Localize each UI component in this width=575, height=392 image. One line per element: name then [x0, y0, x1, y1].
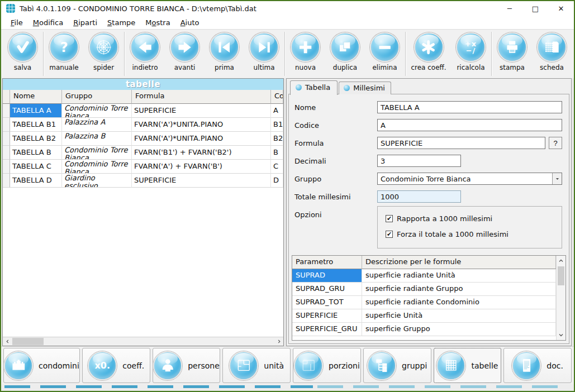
- table-cell[interactable]: [3, 132, 10, 146]
- table-cell[interactable]: [3, 146, 10, 160]
- totale-millesimi-field[interactable]: [377, 190, 461, 203]
- table-cell[interactable]: Palazzina A: [62, 118, 132, 132]
- column-header-descrizione[interactable]: Descrizione per le formule: [362, 256, 556, 269]
- checkbox-icon[interactable]: ✔: [386, 215, 393, 222]
- scheda-button[interactable]: scheda: [532, 30, 572, 78]
- column-header-gruppo[interactable]: Gruppo: [62, 90, 132, 104]
- parameter-row[interactable]: SUPERFICIE_GRUsuperficie Gruppo: [292, 323, 556, 336]
- nav-button-doc[interactable]: doc.: [503, 348, 572, 383]
- indietro-button[interactable]: indietro: [125, 30, 165, 78]
- menu-item-riparti[interactable]: Riparti: [68, 17, 102, 28]
- maximize-button[interactable]: □: [522, 1, 548, 16]
- table-cell[interactable]: B: [271, 146, 283, 160]
- prima-button[interactable]: prima: [205, 30, 244, 78]
- table-cell[interactable]: TABELLA B2: [10, 132, 62, 146]
- table-cell[interactable]: [3, 104, 10, 118]
- table-cell[interactable]: [3, 174, 10, 188]
- manuale-button[interactable]: ?manuale: [44, 30, 84, 78]
- table-cell[interactable]: B2: [271, 132, 283, 146]
- formula-field[interactable]: [377, 137, 545, 149]
- vertical-scrollbar[interactable]: [556, 256, 566, 340]
- table-cell[interactable]: SUPERFICIE: [132, 174, 271, 188]
- nav-button-tabelle[interactable]: tabelle: [434, 348, 502, 383]
- table-row[interactable]: TABELLA B1Palazzina AFVARN('A')*UNITA.PI…: [3, 118, 283, 132]
- column-header-parametro[interactable]: Parametro: [292, 256, 362, 269]
- minimize-button[interactable]: ─: [497, 1, 522, 16]
- table-cell[interactable]: TABELLA B1: [10, 118, 62, 132]
- nav-button-porzioni[interactable]: porzioni: [293, 348, 361, 383]
- menu-item-mostra[interactable]: Mostra: [140, 17, 175, 28]
- table-cell[interactable]: TABELLA C: [10, 160, 62, 174]
- close-button[interactable]: ✕: [548, 1, 574, 16]
- codice-field[interactable]: [377, 119, 562, 131]
- nav-button-gruppi[interactable]: gruppi: [363, 348, 431, 383]
- table-row[interactable]: TABELLA DGiardino esclusivoSUPERFICIED: [3, 174, 283, 188]
- parameter-name-cell[interactable]: SUPERFICIE_GRU: [292, 323, 362, 336]
- decimali-field[interactable]: [377, 155, 461, 167]
- column-header-nome[interactable]: Nome: [10, 90, 62, 104]
- nav-button-coeff[interactable]: x0.coeff.: [82, 348, 150, 383]
- duplica-button[interactable]: duplica: [325, 30, 365, 78]
- scrollbar-thumb[interactable]: [558, 266, 564, 285]
- nuova-button[interactable]: nuova: [286, 30, 325, 78]
- menu-item-file[interactable]: File: [6, 17, 28, 28]
- scroll-right-icon[interactable]: [274, 337, 283, 346]
- table-cell[interactable]: FVARN('B1') + FVARN('B2'): [132, 146, 271, 160]
- parameter-name-cell[interactable]: SUPERFICIE: [292, 309, 362, 323]
- tab-millesimi[interactable]: Millesimi: [339, 82, 391, 94]
- nav-button-persone[interactable]: persone: [153, 348, 221, 383]
- table-cell[interactable]: Giardino esclusivo: [62, 174, 132, 188]
- column-header-codice[interactable]: Co: [271, 90, 283, 104]
- table-cell[interactable]: Condominio Torre Bianca: [62, 160, 132, 174]
- table-cell[interactable]: A: [271, 104, 283, 118]
- table-cell[interactable]: Condominio Torre Bianca: [62, 146, 132, 160]
- parameter-description-cell[interactable]: superficie radiante Condominio: [362, 296, 556, 309]
- parameter-description-cell[interactable]: superficie radiante Unità: [362, 269, 556, 283]
- parameter-description-cell[interactable]: superficie Gruppo: [362, 323, 556, 336]
- menu-item-modifica[interactable]: Modifica: [28, 17, 68, 28]
- table-cell[interactable]: TABELLA B: [10, 146, 62, 160]
- parameter-name-cell[interactable]: SUPRAD_TOT: [292, 296, 362, 309]
- table-cell[interactable]: SUPERFICIE: [132, 104, 271, 118]
- table-cell[interactable]: D: [271, 174, 283, 188]
- nav-button-unit[interactable]: unità: [222, 348, 291, 383]
- table-row[interactable]: TABELLA BCondominio Torre BiancaFVARN('B…: [3, 146, 283, 160]
- table-cell[interactable]: [3, 160, 10, 174]
- parameter-row[interactable]: SUPRAD_TOTsuperficie radiante Condominio: [292, 296, 556, 309]
- table-cell[interactable]: C: [271, 160, 283, 174]
- nome-field[interactable]: [377, 101, 562, 113]
- ultima-button[interactable]: ultima: [244, 30, 284, 78]
- table-cell[interactable]: TABELLA A: [10, 104, 62, 118]
- stampa-button[interactable]: stampa: [492, 30, 532, 78]
- horizontal-scrollbar[interactable]: [3, 337, 283, 346]
- table-row[interactable]: TABELLA ACondominio Torre BiancaSUPERFIC…: [3, 104, 283, 118]
- table-cell[interactable]: Palazzina B: [62, 132, 132, 146]
- menu-item-aiuto[interactable]: Aiuto: [175, 17, 205, 28]
- salva-button[interactable]: salva: [3, 30, 42, 78]
- parameter-row[interactable]: SUPRADsuperficie radiante Unità: [292, 269, 556, 283]
- table-cell[interactable]: TABELLA D: [10, 174, 62, 188]
- table-cell[interactable]: B1: [271, 118, 283, 132]
- spider-button[interactable]: spider: [84, 30, 123, 78]
- table-cell[interactable]: FVARN('A')*UNITA.PIANO: [132, 118, 271, 132]
- avanti-button[interactable]: avanti: [165, 30, 205, 78]
- scroll-down-icon[interactable]: [557, 331, 566, 340]
- scrollbar-thumb[interactable]: [12, 338, 44, 345]
- table-cell[interactable]: FVARN('A') + FVARN('B'): [132, 160, 271, 174]
- table-cell[interactable]: [3, 118, 10, 132]
- formula-help-button[interactable]: ?: [549, 137, 562, 149]
- parameter-description-cell[interactable]: superficie Unità: [362, 309, 556, 323]
- chevron-down-icon[interactable]: [552, 173, 562, 184]
- table-cell[interactable]: Condominio Torre Bianca: [62, 104, 132, 118]
- tab-tabella[interactable]: Tabella: [290, 80, 338, 95]
- parameter-name-cell[interactable]: SUPRAD_GRU: [292, 283, 362, 296]
- checkbox-forza[interactable]: ✔ Forza il totale a 1000 millesimi: [386, 230, 509, 238]
- table-row[interactable]: TABELLA B2Palazzina BFVARN('A')*UNITA.PI…: [3, 132, 283, 146]
- column-header-formula[interactable]: Formula: [132, 90, 271, 104]
- checkbox-icon[interactable]: ✔: [386, 231, 393, 238]
- checkbox-rapporta[interactable]: ✔ Rapporta a 1000 millesimi: [386, 214, 492, 223]
- parameter-description-cell[interactable]: superficie radiante Gruppo: [362, 283, 556, 296]
- nav-button-condomini[interactable]: condomini: [3, 348, 80, 383]
- table-row[interactable]: TABELLA CCondominio Torre BiancaFVARN('A…: [3, 160, 283, 174]
- elimina-button[interactable]: elimina: [365, 30, 405, 78]
